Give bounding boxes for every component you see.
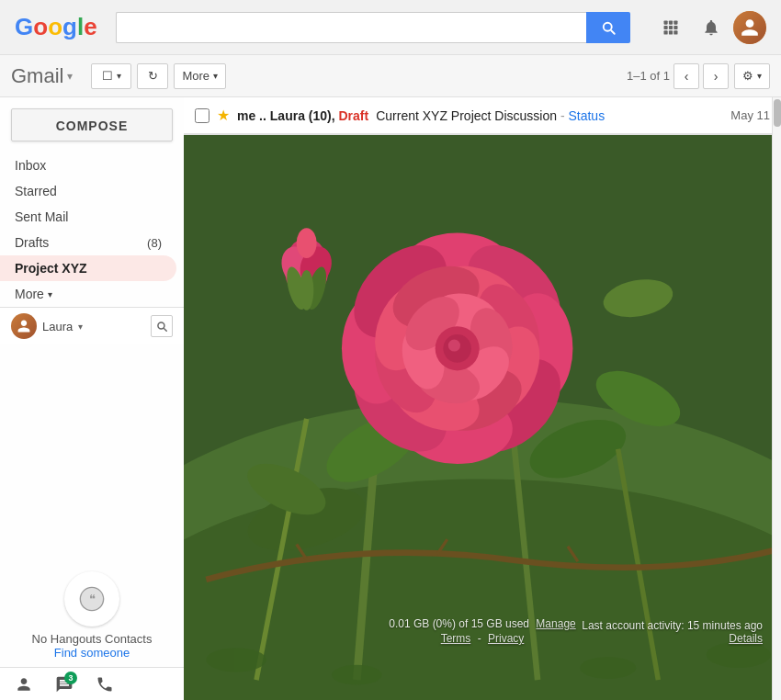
email-subject: Current XYZ Project Discussion - Status [376, 108, 717, 123]
select-checkbox-btn[interactable]: ☐ ▾ [91, 63, 131, 89]
svg-point-58 [206, 648, 266, 672]
page-count-text: 1–1 of 1 [627, 69, 670, 83]
svg-text:❝: ❝ [89, 592, 96, 605]
table-row[interactable]: ★ me .. Laura (10), Draft Current XYZ Pr… [184, 97, 781, 134]
gmail-toolbar: Gmail ▾ ☐ ▾ ↻ More ▾ 1–1 of 1 ‹ › ⚙ ▾ [0, 55, 781, 97]
people-icon[interactable] [11, 672, 37, 697]
project-xyz-label: Project XYZ [15, 261, 87, 276]
last-activity: Last account activity: 15 minutes ago [582, 619, 763, 632]
manage-link[interactable]: Manage [536, 617, 575, 630]
svg-rect-8 [673, 30, 677, 34]
search-button[interactable] [586, 12, 630, 43]
find-someone-link[interactable]: Find someone [54, 646, 130, 660]
svg-rect-7 [669, 30, 673, 34]
footer-right: Last account activity: 15 minutes ago De… [582, 619, 763, 645]
svg-rect-1 [669, 20, 673, 24]
page-count: 1–1 of 1 ‹ › [627, 63, 729, 89]
refresh-icon: ↻ [148, 69, 158, 83]
sidebar-item-inbox[interactable]: Inbox [0, 152, 176, 178]
contact-search-button[interactable] [151, 315, 173, 337]
sidebar-item-project-xyz[interactable]: Project XYZ [0, 255, 176, 281]
svg-point-50 [297, 228, 317, 258]
compose-button[interactable]: COMPOSE [11, 108, 173, 141]
contact-bar: Laura ▾ [0, 307, 184, 344]
gmail-label[interactable]: Gmail ▾ [11, 64, 73, 88]
search-bar: label:project-xyz [116, 12, 630, 43]
content-area: ★ me .. Laura (10), Draft Current XYZ Pr… [184, 97, 781, 700]
refresh-button[interactable]: ↻ [137, 63, 168, 89]
privacy-link[interactable]: Privacy [488, 632, 524, 645]
star-icon[interactable]: ★ [217, 107, 230, 124]
email-sender: me .. Laura (10), Draft [237, 108, 368, 123]
scroll-thumb[interactable] [774, 99, 781, 127]
prev-page-button[interactable]: ‹ [673, 63, 699, 89]
inbox-label: Inbox [15, 158, 46, 173]
svg-point-61 [707, 642, 771, 668]
hangouts-no-contacts-text: No Hangouts Contacts [32, 632, 153, 646]
svg-rect-2 [673, 20, 677, 24]
more-dropdown-icon: ▾ [213, 71, 218, 81]
main-wrap: COMPOSE Inbox Starred Sent Mail Drafts (… [0, 97, 781, 700]
sidebar-item-drafts[interactable]: Drafts (8) [0, 230, 176, 255]
chat-badge: 3 [64, 672, 77, 684]
sent-label: Sent Mail [15, 209, 68, 224]
hangouts-icon: ❝ [64, 571, 119, 627]
email-draft-label: Draft [338, 108, 368, 123]
bottom-bar: 3 [0, 667, 184, 700]
svg-rect-4 [669, 25, 673, 28]
sidebar: COMPOSE Inbox Starred Sent Mail Drafts (… [0, 97, 184, 700]
svg-rect-5 [673, 25, 677, 28]
drafts-count: (8) [147, 236, 162, 250]
top-icons [652, 9, 766, 46]
contact-name: Laura [42, 320, 73, 333]
background-photo [184, 97, 781, 700]
dropdown-icon: ▾ [117, 71, 121, 81]
email-status: Status [568, 108, 605, 123]
checkbox-icon: ☐ [102, 69, 113, 83]
svg-point-46 [448, 339, 460, 351]
contact-dropdown-icon[interactable]: ▾ [78, 322, 83, 332]
svg-rect-6 [664, 30, 668, 34]
sidebar-item-starred[interactable]: Starred [0, 178, 176, 204]
user-avatar[interactable] [733, 11, 766, 44]
hangouts-chat-icon[interactable]: 3 [51, 672, 77, 697]
footer-info: 0.01 GB (0%) of 15 GB used Manage Terms … [389, 617, 575, 645]
notifications-icon[interactable] [693, 9, 730, 46]
starred-label: Starred [15, 184, 57, 198]
settings-button[interactable]: ⚙ ▾ [734, 63, 770, 89]
storage-info: 0.01 GB (0%) of 15 GB used Manage [389, 617, 575, 630]
more-label: More [182, 69, 209, 83]
svg-point-53 [300, 270, 313, 310]
svg-point-60 [580, 657, 636, 679]
gear-icon: ⚙ [742, 69, 753, 83]
terms-link[interactable]: Terms [441, 632, 471, 645]
avatar-image [733, 11, 766, 44]
svg-rect-0 [664, 20, 668, 24]
drafts-label: Drafts [15, 235, 49, 250]
background-svg [184, 97, 781, 700]
sidebar-more[interactable]: More ▾ [0, 281, 184, 307]
top-bar: Google label:project-xyz [0, 0, 781, 55]
sidebar-item-sent[interactable]: Sent Mail [0, 204, 176, 230]
email-date: May 11 [724, 108, 770, 122]
apps-icon[interactable] [652, 9, 689, 46]
scrollbar[interactable] [772, 97, 781, 700]
link-separator: - [478, 632, 481, 645]
email-checkbox[interactable] [195, 108, 209, 123]
settings-dropdown-icon: ▾ [757, 71, 762, 81]
email-list: ★ me .. Laura (10), Draft Current XYZ Pr… [184, 97, 781, 135]
next-page-button[interactable]: › [703, 63, 729, 89]
gmail-text: Gmail [11, 64, 63, 88]
svg-rect-3 [664, 25, 668, 28]
gmail-dropdown-icon: ▾ [67, 70, 73, 83]
more-button[interactable]: More ▾ [174, 63, 226, 89]
phone-icon[interactable] [92, 672, 118, 697]
footer-links: Terms - Privacy [389, 632, 575, 645]
storage-text: 0.01 GB (0%) of 15 GB used [389, 617, 529, 630]
search-input[interactable]: label:project-xyz [116, 12, 586, 43]
hangouts-section: ❝ No Hangouts Contacts Find someone [0, 564, 184, 667]
more-caret-icon: ▾ [48, 289, 52, 299]
more-label: More [15, 287, 44, 301]
contact-avatar [11, 313, 37, 339]
details-link[interactable]: Details [729, 632, 763, 645]
